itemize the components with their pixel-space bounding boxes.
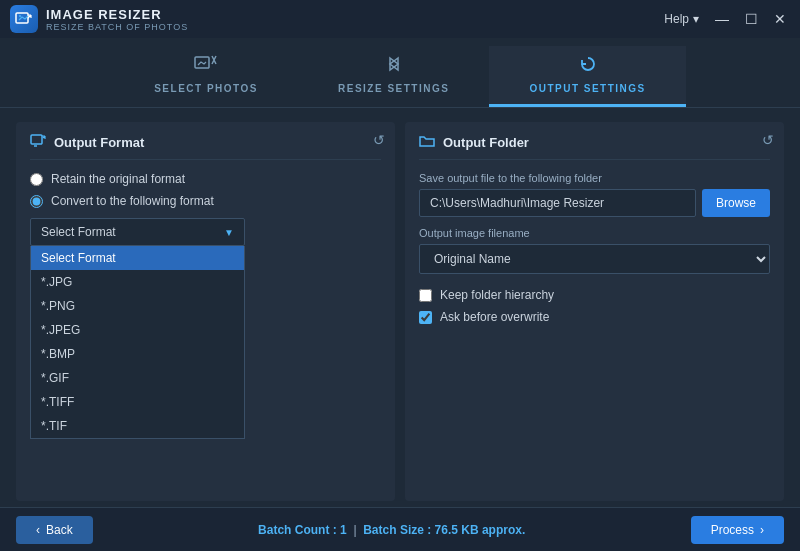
convert-format-radio[interactable]	[30, 195, 43, 208]
main-content: Output Format ↺ Retain the original form…	[0, 108, 800, 515]
output-settings-icon	[576, 54, 600, 79]
keep-hierarchy-option[interactable]: Keep folder hierarchy	[419, 288, 770, 302]
format-option-select[interactable]: Select Format	[31, 246, 244, 270]
format-option-bmp[interactable]: *.BMP	[31, 342, 244, 366]
step-resize-settings[interactable]: RESIZE SETTINGS	[298, 46, 489, 107]
output-format-icon	[30, 134, 46, 151]
batch-size-value: 76.5 KB approx.	[435, 523, 526, 537]
title-bar: IMAGE RESIZER RESIZE BATCH OF PHOTOS Hel…	[0, 0, 800, 38]
process-button[interactable]: Process ›	[691, 516, 784, 544]
resize-settings-label: RESIZE SETTINGS	[338, 83, 449, 94]
filename-field-label: Output image filename	[419, 227, 770, 239]
resize-settings-icon	[382, 54, 406, 79]
svg-point-1	[19, 15, 21, 17]
app-subtitle: RESIZE BATCH OF PHOTOS	[46, 22, 188, 32]
filename-dropdown[interactable]: Original Name Custom Name Date-Time	[419, 244, 770, 274]
retain-format-label: Retain the original format	[51, 172, 185, 186]
dropdown-arrow-icon: ▼	[224, 227, 234, 238]
bottom-bar: ‹ Back Batch Count : 1 | Batch Size : 76…	[0, 507, 800, 551]
window-controls: — ☐ ✕	[711, 10, 790, 28]
format-dropdown-value: Select Format	[41, 225, 116, 239]
batch-info: Batch Count : 1 | Batch Size : 76.5 KB a…	[258, 523, 525, 537]
output-folder-icon	[419, 134, 435, 151]
output-folder-title: Output Folder	[419, 134, 770, 160]
minimize-button[interactable]: —	[711, 10, 733, 28]
retain-format-radio[interactable]	[30, 173, 43, 186]
svg-rect-5	[31, 135, 42, 144]
title-bar-left: IMAGE RESIZER RESIZE BATCH OF PHOTOS	[10, 5, 188, 33]
batch-count-value: 1	[340, 523, 347, 537]
reset-format-button[interactable]: ↺	[373, 132, 385, 148]
back-arrow-icon: ‹	[36, 523, 40, 537]
output-settings-label: OUTPUT SETTINGS	[529, 83, 645, 94]
ask-overwrite-checkbox[interactable]	[419, 311, 432, 324]
format-option-jpg[interactable]: *.JPG	[31, 270, 244, 294]
ask-overwrite-label: Ask before overwrite	[440, 310, 549, 324]
batch-size-label: Batch Size :	[363, 523, 431, 537]
format-dropdown[interactable]: Select Format ▼	[30, 218, 245, 246]
help-button[interactable]: Help ▾	[664, 12, 699, 26]
output-format-title: Output Format	[30, 134, 381, 160]
step-select-photos[interactable]: SELECT PHOTOS	[114, 46, 298, 107]
app-icon	[10, 5, 38, 33]
format-option-tiff[interactable]: *.TIFF	[31, 390, 244, 414]
process-label: Process	[711, 523, 754, 537]
back-button[interactable]: ‹ Back	[16, 516, 93, 544]
maximize-button[interactable]: ☐	[741, 10, 762, 28]
close-button[interactable]: ✕	[770, 10, 790, 28]
folder-input-group: Browse	[419, 189, 770, 217]
format-dropdown-list: Select Format *.JPG *.PNG *.JPEG *.BMP *…	[30, 246, 245, 439]
output-folder-title-text: Output Folder	[443, 135, 529, 150]
select-photos-icon	[194, 54, 218, 79]
select-photos-label: SELECT PHOTOS	[154, 83, 258, 94]
convert-format-label: Convert to the following format	[51, 194, 214, 208]
format-option-jpeg[interactable]: *.JPEG	[31, 318, 244, 342]
reset-folder-button[interactable]: ↺	[762, 132, 774, 148]
format-option-png[interactable]: *.PNG	[31, 294, 244, 318]
convert-format-option[interactable]: Convert to the following format	[30, 194, 381, 208]
retain-format-option[interactable]: Retain the original format	[30, 172, 381, 186]
step-output-settings[interactable]: OUTPUT SETTINGS	[489, 46, 685, 107]
folder-path-input[interactable]	[419, 189, 696, 217]
back-label: Back	[46, 523, 73, 537]
format-option-tif[interactable]: *.TIF	[31, 414, 244, 438]
format-dropdown-container: Select Format ▼ Select Format *.JPG *.PN…	[30, 218, 381, 246]
folder-options-group: Keep folder hierarchy Ask before overwri…	[419, 288, 770, 324]
format-option-gif[interactable]: *.GIF	[31, 366, 244, 390]
browse-button[interactable]: Browse	[702, 189, 770, 217]
process-arrow-icon: ›	[760, 523, 764, 537]
output-format-title-text: Output Format	[54, 135, 144, 150]
format-radio-group: Retain the original format Convert to th…	[30, 172, 381, 208]
keep-hierarchy-label: Keep folder hierarchy	[440, 288, 554, 302]
batch-count-label: Batch Count :	[258, 523, 337, 537]
output-format-panel: Output Format ↺ Retain the original form…	[16, 122, 395, 501]
app-title-group: IMAGE RESIZER RESIZE BATCH OF PHOTOS	[46, 7, 188, 32]
title-bar-right: Help ▾ — ☐ ✕	[664, 10, 790, 28]
step-navigation: SELECT PHOTOS RESIZE SETTINGS OUTPUT SET…	[0, 38, 800, 108]
ask-overwrite-option[interactable]: Ask before overwrite	[419, 310, 770, 324]
folder-field-label: Save output file to the following folder	[419, 172, 770, 184]
app-title: IMAGE RESIZER	[46, 7, 188, 22]
keep-hierarchy-checkbox[interactable]	[419, 289, 432, 302]
output-folder-panel: Output Folder ↺ Save output file to the …	[405, 122, 784, 501]
